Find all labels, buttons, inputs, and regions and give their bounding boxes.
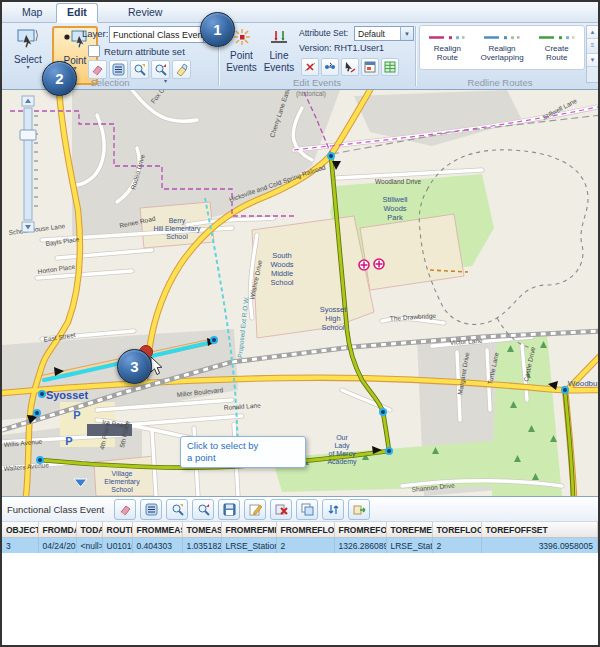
edit-events-tools: [301, 58, 399, 76]
col-header[interactable]: OBJECTID: [2, 522, 38, 538]
cell[interactable]: 1.035182: [182, 538, 221, 554]
svg-text:School: School: [111, 486, 133, 493]
return-attribute-set-checkbox[interactable]: Return attribute set: [88, 45, 185, 57]
table-empty-area: [2, 553, 598, 647]
delete-record-icon[interactable]: [270, 499, 292, 520]
attribute-set-dropdown[interactable]: Default ▼: [354, 26, 414, 41]
copy-record-icon[interactable]: [296, 499, 318, 520]
save-icon[interactable]: [218, 499, 240, 520]
attribute-table-icon[interactable]: [140, 499, 162, 520]
svg-text:School: School: [166, 233, 188, 240]
svg-text:Woodland Drive: Woodland Drive: [375, 178, 422, 185]
callout-1: 1: [200, 12, 235, 47]
col-header[interactable]: FROMMEASURE: [132, 522, 182, 538]
ribbon-tabbar: Map Edit Review: [2, 2, 598, 23]
ribbon: Select ▾ Point ▾ Layer: Functional Class…: [2, 23, 598, 90]
svg-text:Berry: Berry: [169, 217, 186, 225]
create-route-button[interactable]: CreateRoute: [529, 26, 584, 69]
svg-text:Woods: Woods: [270, 260, 293, 269]
attribute-window-icon[interactable]: [361, 58, 379, 76]
panel-toolbar: Functional Class Event: [2, 497, 598, 522]
layer-label: Layer:: [82, 28, 108, 39]
zoom-slider-track[interactable]: [24, 108, 32, 220]
panel-title: Functional Class Event: [7, 504, 104, 515]
selection-group-caption: Selection: [2, 77, 218, 88]
edit-record-icon[interactable]: [244, 499, 266, 520]
col-header[interactable]: TOREFLOCATION: [432, 522, 481, 538]
ribbon-scrollbar: ▲ ≡ ▼: [586, 25, 599, 83]
svg-text:Elementary: Elementary: [104, 478, 140, 486]
col-header[interactable]: TOREFOFFSET: [481, 522, 598, 538]
col-header[interactable]: FROMREFLOCATION: [276, 522, 334, 538]
col-header[interactable]: FROMDATE: [38, 522, 76, 538]
realign-overlapping-button[interactable]: RealignOverlapping: [475, 26, 530, 69]
split-event-icon[interactable]: [301, 58, 319, 76]
select-dropdown-caret[interactable]: ▾: [26, 65, 29, 70]
ribbon-scroll-down[interactable]: ▼: [587, 54, 598, 67]
col-header[interactable]: TOMEASURE: [182, 522, 221, 538]
cell[interactable]: 2: [432, 538, 481, 554]
checkbox-box[interactable]: [88, 45, 100, 57]
map-viewport[interactable]: (historical) Fox Court Cherry Lane East …: [2, 90, 598, 496]
svg-text:High: High: [325, 314, 340, 323]
ribbon-scroll-thumb[interactable]: ≡: [587, 39, 598, 54]
tab-review[interactable]: Review: [118, 4, 172, 21]
cell[interactable]: U01010E: [102, 538, 132, 554]
svg-text:(historical): (historical): [296, 90, 326, 98]
cell[interactable]: 3396.0958005: [481, 538, 598, 554]
realign-overlapping-icon: [482, 33, 522, 42]
svg-text:Woods: Woods: [383, 204, 406, 213]
select-icon: [15, 27, 41, 53]
ribbon-scroll-up[interactable]: ▲: [587, 26, 598, 39]
sort-records-icon[interactable]: [322, 499, 344, 520]
parking-icon: P: [65, 435, 72, 447]
attribute-table: OBJECTID FROMDATE TODATE ROUTEID FROMMEA…: [2, 522, 598, 553]
svg-text:Village: Village: [112, 470, 133, 478]
zoom-to-record-icon[interactable]: [166, 499, 188, 520]
select-events-cursor-icon[interactable]: [341, 58, 359, 76]
zoom-slider-handle[interactable]: [20, 130, 36, 140]
svg-text:Stillwell: Stillwell: [382, 195, 407, 204]
merge-events-icon[interactable]: [321, 58, 339, 76]
events-grid-icon[interactable]: [381, 58, 399, 76]
col-header[interactable]: TOREFMETHOD: [386, 522, 432, 538]
svg-text:Woodbury: Woodbury: [568, 379, 598, 388]
export-records-icon[interactable]: [348, 499, 370, 520]
attribute-set-label: Attribute Set:: [299, 28, 348, 38]
attribute-set-caret[interactable]: ▼: [400, 27, 413, 40]
cell[interactable]: LRSE_Stations: [221, 538, 276, 554]
realign-route-icon: [427, 33, 467, 42]
tab-edit[interactable]: Edit: [56, 3, 98, 23]
svg-text:Lady: Lady: [334, 442, 350, 450]
svg-text:Academy: Academy: [327, 458, 357, 466]
event-editor-window: Map Edit Review Select ▾ Point ▾ Layer: …: [0, 0, 600, 647]
cell[interactable]: 0.404303: [132, 538, 182, 554]
col-header[interactable]: ROUTEID: [102, 522, 132, 538]
cell[interactable]: 3: [2, 538, 38, 554]
col-header[interactable]: FROMREFOFFSET: [334, 522, 386, 538]
svg-text:Park: Park: [387, 213, 403, 222]
cell[interactable]: 04/24/2014: [38, 538, 76, 554]
svg-text:Hill Elementary: Hill Elementary: [153, 225, 201, 233]
create-route-icon: [537, 33, 577, 42]
table-row[interactable]: 3 04/24/2014 <null> U01010E 0.404303 1.0…: [2, 538, 598, 554]
cell[interactable]: 1326.2860892: [334, 538, 386, 554]
redline-group-caption: Redline Routes: [415, 77, 585, 88]
cell[interactable]: <null>: [76, 538, 102, 554]
tab-map[interactable]: Map: [12, 4, 52, 21]
cell[interactable]: LRSE_Stations: [386, 538, 432, 554]
version-label: Version: RHT1.User1: [299, 43, 384, 53]
event-attributes-panel: Functional Class Event OBJECTID FROMDATE: [2, 496, 598, 647]
line-events-button[interactable]: Line Events: [262, 27, 296, 83]
svg-text:Our: Our: [336, 434, 348, 441]
clear-selection-eraser-icon[interactable]: [114, 499, 136, 520]
svg-text:Middle: Middle: [271, 269, 293, 278]
svg-text:South: South: [272, 251, 292, 260]
col-header[interactable]: FROMREFMETHOD: [221, 522, 276, 538]
cell[interactable]: 2: [276, 538, 334, 554]
svg-text:School: School: [322, 323, 345, 332]
realign-route-button[interactable]: RealignRoute: [420, 26, 475, 69]
col-header[interactable]: TODATE: [76, 522, 102, 538]
pan-to-record-icon[interactable]: [192, 499, 214, 520]
syosset-town-label: Syosset: [46, 389, 89, 401]
